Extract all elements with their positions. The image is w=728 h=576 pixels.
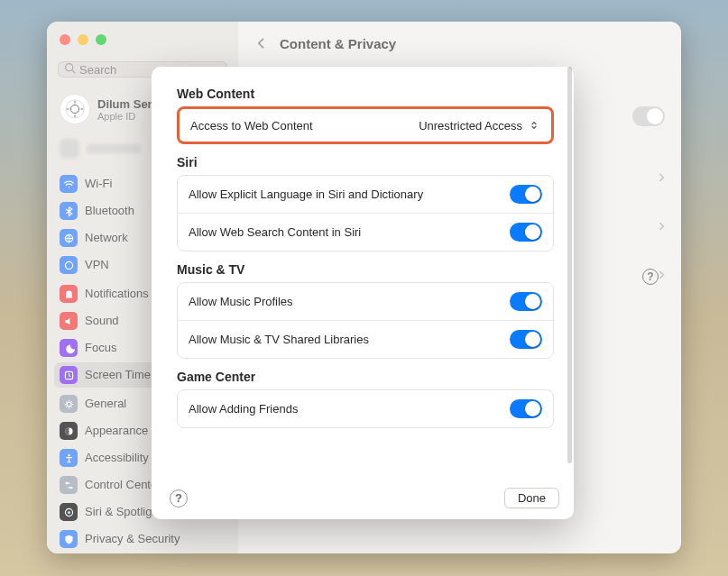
gamecenter-group: Allow Adding Friends [177, 389, 554, 428]
close-window-button[interactable] [60, 34, 70, 45]
header: Content & Privacy [238, 22, 681, 65]
section-header-gamecenter: Game Center [177, 370, 554, 384]
web-access-label: Access to Web Content [190, 119, 313, 133]
zoom-window-button[interactable] [96, 34, 106, 45]
accessibility-icon [60, 449, 78, 467]
sidebar-label: Appearance [85, 422, 148, 440]
help-button[interactable]: ? [170, 489, 188, 507]
privacy-icon [60, 530, 78, 548]
chevron-right-icon [658, 268, 665, 284]
avatar [60, 94, 90, 124]
screen-time-icon [60, 366, 78, 384]
toggle-siri-explicit[interactable] [510, 185, 542, 204]
svg-point-9 [68, 454, 69, 456]
toggle-siri-websearch[interactable] [510, 223, 542, 242]
section-header-music: Music & TV [177, 262, 554, 277]
row-gc-friends: Allow Adding Friends [178, 390, 553, 427]
minimize-window-button[interactable] [78, 34, 88, 45]
section-header-web: Web Content [177, 87, 554, 101]
search-icon [64, 62, 79, 77]
sidebar-label: Sound [85, 312, 119, 330]
toggle-gc-friends[interactable] [510, 399, 542, 418]
row-siri-explicit: Allow Explicit Language in Siri and Dict… [178, 176, 553, 213]
bluetooth-icon [60, 202, 78, 220]
row-siri-websearch: Allow Web Search Content in Siri [178, 213, 553, 251]
sheet-footer: ? Done [152, 476, 574, 519]
chevron-right-icon [658, 219, 665, 235]
appearance-icon [60, 422, 78, 440]
profile-name: Dilum Sen [97, 97, 155, 111]
sidebar-label: Accessibility [85, 449, 149, 467]
sidebar-label: Siri & Spotlight [85, 503, 161, 521]
sidebar-label: Privacy & Security [85, 530, 180, 548]
sidebar-label: Notifications [85, 285, 149, 303]
content-privacy-sheet: Web Content Access to Web Content Unrest… [152, 67, 574, 519]
sidebar-label: Control Center [85, 476, 161, 494]
general-icon [60, 395, 78, 413]
siri-group: Allow Explicit Language in Siri and Dict… [177, 175, 554, 251]
svg-point-5 [65, 261, 72, 269]
profile-sub: Apple ID [97, 111, 155, 122]
scrollbar[interactable] [567, 67, 572, 463]
row-music-shared: Allow Music & TV Shared Libraries [178, 320, 553, 358]
done-button[interactable]: Done [504, 488, 559, 508]
network-icon [60, 229, 78, 247]
control-center-icon [60, 476, 78, 494]
toggle-music-shared[interactable] [510, 330, 542, 349]
chevron-right-icon [658, 170, 665, 187]
sidebar-label: VPN [85, 256, 109, 274]
help-button-bg[interactable]: ? [642, 269, 659, 285]
row-label: Allow Adding Friends [189, 402, 298, 416]
svg-point-7 [67, 402, 71, 407]
back-button[interactable] [251, 33, 271, 53]
svg-point-13 [67, 510, 69, 513]
sidebar-label: General [85, 395, 126, 413]
highlighted-web-access-row: Access to Web Content Unrestricted Acces… [177, 106, 554, 144]
page-title: Content & Privacy [280, 36, 396, 51]
section-header-siri: Siri [177, 155, 554, 169]
vpn-icon [60, 256, 78, 274]
row-music-profiles: Allow Music Profiles [178, 283, 553, 320]
sheet-scroll-area[interactable]: Web Content Access to Web Content Unrest… [152, 67, 574, 476]
toggle-music-profiles[interactable] [510, 292, 542, 311]
music-group: Allow Music Profiles Allow Music & TV Sh… [177, 282, 554, 359]
web-access-value: Unrestricted Access [419, 119, 522, 133]
content-privacy-master-toggle[interactable] [632, 106, 665, 126]
sidebar-label: Screen Time [85, 366, 151, 384]
siri-icon [60, 503, 78, 521]
sidebar-item-privacy-security[interactable]: Privacy & Security [54, 526, 231, 552]
popup-arrows-icon [528, 118, 540, 133]
sound-icon [60, 312, 78, 330]
window-traffic-lights [60, 34, 106, 45]
sidebar-label: Focus [85, 339, 116, 357]
sidebar-label: Bluetooth [85, 202, 134, 220]
row-label: Allow Explicit Language in Siri and Dict… [189, 187, 423, 201]
row-label: Allow Music & TV Shared Libraries [189, 333, 369, 346]
svg-line-1 [72, 70, 75, 73]
svg-point-0 [66, 64, 73, 71]
web-access-popup[interactable]: Unrestricted Access [419, 118, 540, 133]
sidebar-label: Network [85, 229, 128, 247]
sidebar-label: Wi-Fi [85, 175, 112, 193]
row-label: Allow Music Profiles [189, 295, 293, 308]
notifications-icon [60, 285, 78, 303]
wifi-icon [60, 175, 78, 193]
row-label: Allow Web Search Content in Siri [189, 225, 361, 239]
focus-icon [60, 339, 78, 357]
